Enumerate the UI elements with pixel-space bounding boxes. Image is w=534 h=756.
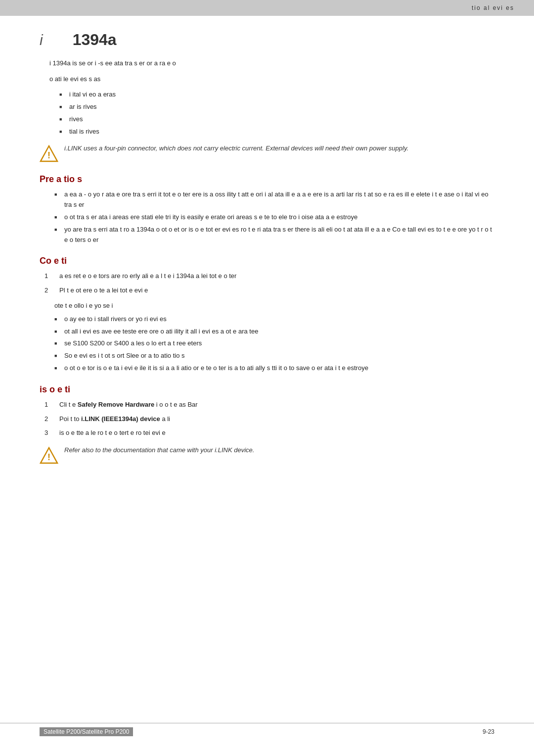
- footer-model: Satellite P200/Satellite Pro P200: [40, 727, 133, 736]
- title-1394a: 1394a: [73, 31, 117, 49]
- warning-icon-1: !: [40, 144, 58, 163]
- main-content: i 1394a i 1394a is se or i -s ee ata tra…: [0, 16, 534, 504]
- precautions-heading: Pre a tio s: [40, 174, 494, 185]
- connecting-step-1: 1 a es ret e o e tors are ro erly ali e …: [44, 271, 494, 282]
- warning-text-2: Refer also to the documentation that cam…: [64, 445, 254, 456]
- svg-text:!: !: [47, 452, 50, 462]
- top-bar-text: tio al evi es: [472, 4, 514, 11]
- intro-bullet-2: ar is rives: [59, 102, 494, 112]
- disconnecting-step-2: 2 Poi t to i.LINK (IEEE1394a) device a l…: [44, 414, 494, 425]
- intro-bullet-list: i ital vi eo a eras ar is rives rives ti…: [44, 90, 494, 137]
- disconnecting-step1-pre: Cli t e: [59, 401, 78, 408]
- intro-line1: i 1394a is se or i -s ee ata tra s er or…: [44, 58, 494, 69]
- intro-bullet-4: tial is rives: [59, 127, 494, 137]
- warning-icon-2: !: [40, 446, 58, 465]
- connecting-bullet-2: ot all i evi es ave ee teste ere ore o a…: [54, 327, 494, 337]
- precaution-bullet-2: o ot tra s er ata i areas ere stati ele …: [54, 212, 494, 223]
- precaution-bullet-3: yo are tra s erri ata t ro a 1394a o ot …: [54, 225, 494, 245]
- connecting-bullet-1: o ay ee to i stall rivers or yo ri evi e…: [54, 314, 494, 325]
- precaution-bullet-1: a ea a - o yo r ata e ore tra s erri it …: [54, 189, 494, 210]
- connecting-steps: 1 a es ret e o e tors are ro erly ali e …: [40, 271, 494, 296]
- disconnecting-steps: 1 Cli t e Safely Remove Hardware i o o t…: [40, 400, 494, 438]
- connecting-note: ote t e ollo i e yo se i: [40, 301, 494, 311]
- main-title: i 1394a: [40, 31, 494, 49]
- connecting-bullet-list: o ay ee to i stall rivers or yo ri evi e…: [40, 314, 494, 374]
- disconnecting-step1-post: i o o t e as Bar: [154, 401, 197, 408]
- connecting-heading: Co e ti: [40, 256, 494, 266]
- disconnecting-step2-bold: i.LINK (IEEE1394a) device: [81, 415, 160, 423]
- connecting-step-2: 2 Pl t e ot ere o te a lei tot e evi e: [44, 285, 494, 296]
- disconnecting-heading: is o e ti: [40, 384, 494, 395]
- title-prefix: i: [40, 32, 43, 48]
- disconnecting-step-3: 3 is o e tte a le ro t e o tert e ro tei…: [44, 428, 494, 438]
- connecting-bullet-4: So e evi es i t ot s ort Slee or a to at…: [54, 351, 494, 361]
- page-container: tio al evi es i 1394a i 1394a is se or i…: [0, 0, 534, 756]
- intro-line2: o ati le evi es s as: [44, 74, 494, 85]
- intro-section: i 1394a is se or i -s ee ata tra s er or…: [40, 58, 494, 137]
- connecting-bullet-5: o ot o e tor is o e ta i evi e ile it is…: [54, 363, 494, 374]
- disconnecting-step2-post: a li: [160, 415, 170, 423]
- warning-box-1: ! i.LINK uses a four-pin connector, whic…: [40, 143, 494, 163]
- intro-bullet-3: rives: [59, 114, 494, 125]
- precautions-bullet-list: a ea a - o yo r ata e ore tra s erri it …: [40, 189, 494, 245]
- svg-text:!: !: [47, 150, 50, 160]
- intro-bullet-1: i ital vi eo a eras: [59, 90, 494, 100]
- disconnecting-step1-bold: Safely Remove Hardware: [78, 401, 154, 408]
- precautions-section: Pre a tio s a ea a - o yo r ata e ore tr…: [40, 174, 494, 245]
- warning-box-2: ! Refer also to the documentation that c…: [40, 445, 494, 465]
- top-bar: tio al evi es: [0, 0, 534, 16]
- connecting-section: Co e ti 1 a es ret e o e tors are ro erl…: [40, 256, 494, 373]
- disconnecting-step-1: 1 Cli t e Safely Remove Hardware i o o t…: [44, 400, 494, 410]
- warning-text-1: i.LINK uses a four-pin connector, which …: [64, 143, 408, 154]
- page-footer: Satellite P200/Satellite Pro P200 9-23: [0, 723, 534, 736]
- disconnecting-step2-pre: Poi t to: [59, 415, 81, 423]
- footer-page: 9-23: [483, 728, 494, 735]
- disconnecting-section: is o e ti 1 Cli t e Safely Remove Hardwa…: [40, 384, 494, 438]
- connecting-bullet-3: se S100 S200 or S400 a les o lo ert a t …: [54, 338, 494, 349]
